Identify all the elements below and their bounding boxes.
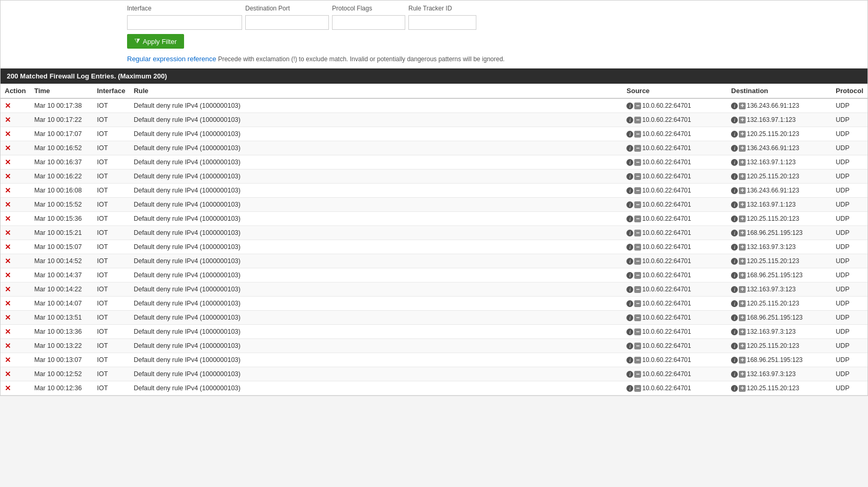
source-minus-icon[interactable]: − <box>634 230 641 236</box>
col-header-action: Action <box>1 84 30 98</box>
destination-plus-icon[interactable]: + <box>739 201 746 208</box>
source-minus-icon[interactable]: − <box>634 314 641 321</box>
destination-plus-icon[interactable]: + <box>739 117 746 123</box>
destination-info-icon[interactable]: i <box>731 216 738 222</box>
destination-info-icon[interactable]: i <box>731 201 738 208</box>
source-minus-icon[interactable]: − <box>634 103 641 109</box>
destination-plus-icon[interactable]: + <box>739 343 746 349</box>
source-ip-cell: i − 10.0.60.22:64701 <box>626 116 691 123</box>
destination-plus-icon[interactable]: + <box>739 258 746 265</box>
source-minus-icon[interactable]: − <box>634 244 641 251</box>
destination-plus-icon[interactable]: + <box>739 371 746 378</box>
destination-plus-icon[interactable]: + <box>739 145 746 152</box>
source-info-icon[interactable]: i <box>626 357 633 364</box>
destination-plus-icon[interactable]: + <box>739 159 746 166</box>
destination-plus-icon[interactable]: + <box>739 314 746 321</box>
source-cell: i − 10.0.60.22:64701 <box>622 198 727 212</box>
protflags-filter-input[interactable] <box>332 15 405 30</box>
source-minus-icon[interactable]: − <box>634 159 641 166</box>
destination-plus-icon[interactable]: + <box>739 216 746 222</box>
source-info-icon[interactable]: i <box>626 117 633 123</box>
source-info-icon[interactable]: i <box>626 343 633 349</box>
destination-info-icon[interactable]: i <box>731 258 738 265</box>
destination-plus-icon[interactable]: + <box>739 357 746 364</box>
source-info-icon[interactable]: i <box>626 314 633 321</box>
destination-info-icon[interactable]: i <box>731 300 738 307</box>
ruletracker-filter-input[interactable] <box>408 15 476 30</box>
destport-filter-input[interactable] <box>245 15 329 30</box>
source-minus-icon[interactable]: − <box>634 117 641 123</box>
source-info-icon[interactable]: i <box>626 187 633 194</box>
source-ip-text: 10.0.60.22:64701 <box>642 130 691 138</box>
source-minus-icon[interactable]: − <box>634 131 641 138</box>
protocol-cell: UDP <box>831 367 867 381</box>
source-minus-icon[interactable]: − <box>634 201 641 208</box>
source-minus-icon[interactable]: − <box>634 145 641 152</box>
destination-info-icon[interactable]: i <box>731 117 738 123</box>
source-info-icon[interactable]: i <box>626 286 633 293</box>
source-info-icon[interactable]: i <box>626 159 633 166</box>
source-minus-icon[interactable]: − <box>634 173 641 180</box>
source-info-icon[interactable]: i <box>626 244 633 251</box>
destination-info-icon[interactable]: i <box>731 371 738 378</box>
destination-plus-icon[interactable]: + <box>739 329 746 335</box>
source-minus-icon[interactable]: − <box>634 286 641 293</box>
source-info-icon[interactable]: i <box>626 272 633 279</box>
destination-plus-icon[interactable]: + <box>739 385 746 392</box>
source-info-icon[interactable]: i <box>626 201 633 208</box>
source-info-icon[interactable]: i <box>626 371 633 378</box>
source-minus-icon[interactable]: − <box>634 357 641 364</box>
source-info-icon[interactable]: i <box>626 173 633 180</box>
source-info-icon[interactable]: i <box>626 145 633 152</box>
destination-plus-icon[interactable]: + <box>739 131 746 138</box>
source-info-icon[interactable]: i <box>626 131 633 138</box>
deny-icon: ✕ <box>5 243 11 251</box>
destination-info-icon[interactable]: i <box>731 286 738 293</box>
source-info-icon[interactable]: i <box>626 385 633 392</box>
source-minus-icon[interactable]: − <box>634 343 641 349</box>
destination-plus-icon[interactable]: + <box>739 103 746 109</box>
destination-plus-icon[interactable]: + <box>739 286 746 293</box>
source-minus-icon[interactable]: − <box>634 385 641 392</box>
source-info-icon[interactable]: i <box>626 103 633 109</box>
source-info-icon[interactable]: i <box>626 216 633 222</box>
destination-info-icon[interactable]: i <box>731 173 738 180</box>
source-minus-icon[interactable]: − <box>634 371 641 378</box>
destination-info-icon[interactable]: i <box>731 131 738 138</box>
interface-cell: IOT <box>93 325 129 339</box>
protocol-cell: UDP <box>831 198 867 212</box>
source-info-icon[interactable]: i <box>626 329 633 335</box>
source-minus-icon[interactable]: − <box>634 329 641 335</box>
source-info-icon[interactable]: i <box>626 300 633 307</box>
source-minus-icon[interactable]: − <box>634 300 641 307</box>
source-minus-icon[interactable]: − <box>634 187 641 194</box>
rule-cell: Default deny rule IPv4 (1000000103) <box>130 169 623 184</box>
destination-info-icon[interactable]: i <box>731 357 738 364</box>
source-minus-icon[interactable]: − <box>634 258 641 265</box>
destination-info-icon[interactable]: i <box>731 329 738 335</box>
regex-reference-link[interactable]: Regular expression reference <box>127 55 216 63</box>
destination-info-icon[interactable]: i <box>731 103 738 109</box>
destination-info-icon[interactable]: i <box>731 230 738 236</box>
source-info-icon[interactable]: i <box>626 230 633 236</box>
destination-plus-icon[interactable]: + <box>739 230 746 236</box>
destination-info-icon[interactable]: i <box>731 187 738 194</box>
source-minus-icon[interactable]: − <box>634 272 641 279</box>
interface-filter-input[interactable] <box>127 15 242 30</box>
destination-plus-icon[interactable]: + <box>739 173 746 180</box>
destination-plus-icon[interactable]: + <box>739 300 746 307</box>
destination-info-icon[interactable]: i <box>731 145 738 152</box>
destination-info-icon[interactable]: i <box>731 343 738 349</box>
destination-plus-icon[interactable]: + <box>739 244 746 251</box>
destination-info-icon[interactable]: i <box>731 314 738 321</box>
source-info-icon[interactable]: i <box>626 258 633 265</box>
source-cell: i − 10.0.60.22:64701 <box>622 367 727 381</box>
apply-filter-button[interactable]: ⧩ Apply Filter <box>127 34 184 49</box>
destination-plus-icon[interactable]: + <box>739 272 746 279</box>
destination-info-icon[interactable]: i <box>731 385 738 392</box>
destination-plus-icon[interactable]: + <box>739 187 746 194</box>
destination-info-icon[interactable]: i <box>731 272 738 279</box>
destination-info-icon[interactable]: i <box>731 244 738 251</box>
destination-info-icon[interactable]: i <box>731 159 738 166</box>
source-minus-icon[interactable]: − <box>634 216 641 222</box>
